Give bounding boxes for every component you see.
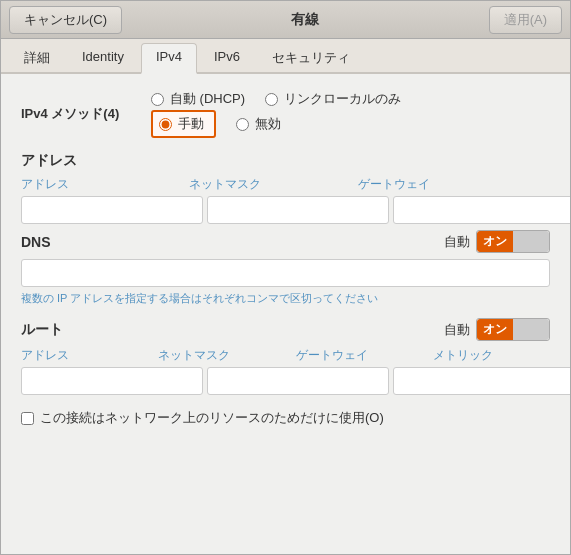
col-header-netmask: ネットマスク <box>189 176 353 193</box>
address-input[interactable] <box>21 196 203 224</box>
apply-button[interactable]: 適用(A) <box>489 6 562 34</box>
address-section-header: アドレス <box>21 152 550 170</box>
dns-toggle-on-label: オン <box>477 231 513 252</box>
dns-toggle-off-label <box>513 231 549 252</box>
col-header-gateway: ゲートウェイ <box>358 176 522 193</box>
dns-hint: 複数の IP アドレスを指定する場合はそれぞれコンマで区切ってください <box>21 291 550 306</box>
tab-ipv4[interactable]: IPv4 <box>141 43 197 74</box>
window: キャンセル(C) 有線 適用(A) 詳細 Identity IPv4 IPv6 … <box>0 0 571 555</box>
bottom-checkbox-label[interactable]: この接続はネットワーク上のリソースのためだけに使用(O) <box>21 409 550 427</box>
bottom-checkbox-text: この接続はネットワーク上のリソースのためだけに使用(O) <box>40 409 384 427</box>
titlebar: キャンセル(C) 有線 適用(A) <box>1 1 570 39</box>
route-header-row: ルート 自動 オン <box>21 318 550 341</box>
tabbar: 詳細 Identity IPv4 IPv6 セキュリティ <box>1 39 570 74</box>
method-disabled-radio[interactable] <box>236 118 249 131</box>
dns-section-header: DNS <box>21 234 51 250</box>
tab-details[interactable]: 詳細 <box>9 43 65 72</box>
method-row-bottom: 手動 無効 <box>151 110 401 138</box>
method-manual-option[interactable]: 手動 <box>151 110 216 138</box>
method-disabled-option[interactable]: 無効 <box>236 110 281 138</box>
dns-toggle[interactable]: オン <box>476 230 550 253</box>
method-linklocal-option[interactable]: リンクローカルのみ <box>265 90 401 108</box>
col-header-address: アドレス <box>21 176 185 193</box>
route-column-headers: アドレス ネットマスク ゲートウェイ メトリック <box>21 347 550 364</box>
method-manual-label: 手動 <box>178 115 204 133</box>
route-input-row: ✕ <box>21 367 550 395</box>
method-section-label: IPv4 メソッド(4) <box>21 105 151 123</box>
method-auto-radio[interactable] <box>151 93 164 106</box>
address-column-headers: アドレス ネットマスク ゲートウェイ <box>21 176 550 193</box>
restrict-resources-checkbox[interactable] <box>21 412 34 425</box>
method-disabled-label: 無効 <box>255 115 281 133</box>
route-toggle[interactable]: オン <box>476 318 550 341</box>
dns-toggle-container: 自動 オン <box>444 230 550 253</box>
method-linklocal-radio[interactable] <box>265 93 278 106</box>
route-col-header-address: アドレス <box>21 347 154 364</box>
dns-header-row: DNS 自動 オン <box>21 230 550 253</box>
method-row: IPv4 メソッド(4) 自動 (DHCP) リンクローカルのみ 手動 <box>21 90 550 138</box>
route-gateway-input[interactable] <box>393 367 570 395</box>
route-auto-label: 自動 <box>444 321 470 339</box>
netmask-input[interactable] <box>207 196 389 224</box>
route-section-header: ルート <box>21 321 63 339</box>
content-area: IPv4 メソッド(4) 自動 (DHCP) リンクローカルのみ 手動 <box>1 74 570 554</box>
gateway-input[interactable] <box>393 196 570 224</box>
route-toggle-container: 自動 オン <box>444 318 550 341</box>
method-linklocal-label: リンクローカルのみ <box>284 90 401 108</box>
route-col-header-metric: メトリック <box>433 347 522 364</box>
route-address-input[interactable] <box>21 367 203 395</box>
method-auto-label: 自動 (DHCP) <box>170 90 245 108</box>
tab-identity[interactable]: Identity <box>67 43 139 72</box>
route-netmask-input[interactable] <box>207 367 389 395</box>
method-options: 自動 (DHCP) リンクローカルのみ 手動 無効 <box>151 90 401 138</box>
tab-ipv6[interactable]: IPv6 <box>199 43 255 72</box>
route-col-header-netmask: ネットマスク <box>158 347 291 364</box>
route-toggle-on-label: オン <box>477 319 513 340</box>
dns-input[interactable] <box>21 259 550 287</box>
method-auto-option[interactable]: 自動 (DHCP) <box>151 90 245 108</box>
tab-security[interactable]: セキュリティ <box>257 43 365 72</box>
route-toggle-off-label <box>513 319 549 340</box>
address-input-row: ✕ <box>21 196 550 224</box>
window-title: 有線 <box>122 11 489 29</box>
dns-auto-label: 自動 <box>444 233 470 251</box>
method-row-top: 自動 (DHCP) リンクローカルのみ <box>151 90 401 108</box>
method-manual-radio[interactable] <box>159 118 172 131</box>
route-col-header-gateway: ゲートウェイ <box>296 347 429 364</box>
cancel-button[interactable]: キャンセル(C) <box>9 6 122 34</box>
